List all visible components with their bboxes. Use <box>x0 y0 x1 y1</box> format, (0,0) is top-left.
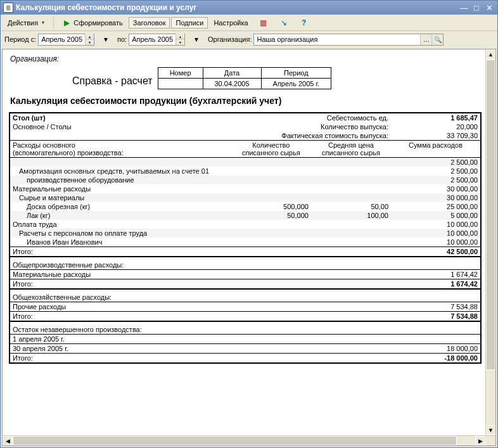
scroll-thumb-v[interactable] <box>486 60 495 370</box>
period-to-spin[interactable]: ▴▾ <box>176 34 184 45</box>
col3b: списанного сырья <box>322 149 380 157</box>
sec2: Общепроизводственные расходы: <box>10 260 480 270</box>
minimize-button[interactable]: — <box>458 3 469 13</box>
hdr-period-val: Апрель 2005 г. <box>261 79 331 89</box>
row7v: 5 000,00 <box>391 211 480 220</box>
item-group: Основное / Столы <box>10 122 231 141</box>
actions-menu[interactable]: Действия ▾ <box>3 17 51 29</box>
row1v: 2 500,00 <box>391 158 480 167</box>
fact: 33 709,30 <box>391 131 480 141</box>
report-title: Калькуляция себестоимости продукции (бух… <box>10 96 482 106</box>
period-from-field[interactable]: Апрель 2005 ▴▾ <box>38 34 94 46</box>
col1a: Расходы основного <box>13 141 75 149</box>
row14v: 18 000,00 <box>391 344 480 354</box>
report-scroll: Организация: Справка - расчет Номер Дата… <box>3 49 495 445</box>
scrollbar-horizontal[interactable]: ◀ ▶ <box>3 435 495 445</box>
close-button[interactable]: ✕ <box>483 3 495 13</box>
unit-cost: 1 685,47 <box>391 113 480 122</box>
col1: Расходы основного (вспомогательного) про… <box>10 141 231 158</box>
row1 <box>10 158 391 167</box>
form-button[interactable]: ▶ Сформировать <box>57 16 127 30</box>
itog2: 1 674,42 <box>391 279 480 290</box>
itog4: -18 000,00 <box>391 354 480 363</box>
hdr-date: Дата <box>203 68 261 79</box>
dropdown-icon: ▾ <box>40 20 46 25</box>
header-toggle[interactable]: Заголовок <box>129 17 170 29</box>
col2a: Количество <box>252 141 290 149</box>
window-title: Калькуляция себестоимости продукции и ус… <box>16 3 457 12</box>
form-label: Сформировать <box>73 19 123 27</box>
org-header: Организация: <box>10 54 482 63</box>
toolbar: Действия ▾ ▶ Сформировать Заголовок Подп… <box>1 15 497 31</box>
row4: Материальные расходы <box>10 184 391 193</box>
col3: Средняя цена списанного сырья <box>311 141 391 158</box>
period-to-label: по: <box>117 35 127 43</box>
period-from-cal[interactable]: ▾ <box>96 32 115 46</box>
hdr-num-val <box>158 79 203 89</box>
report-table: Стол (шт) Себестоимость ед. 1 685,47 Осн… <box>9 112 482 364</box>
tool-button-1[interactable]: ▦ <box>254 16 273 30</box>
scroll-corner <box>485 436 495 445</box>
item-name: Стол (шт) <box>10 113 231 122</box>
itog3l: Итого: <box>10 312 391 322</box>
calendar-icon: ▾ <box>101 34 111 44</box>
maximize-button[interactable]: □ <box>471 3 482 13</box>
period-from-spin[interactable]: ▴▾ <box>85 34 94 45</box>
row12: Прочие расходы <box>10 302 391 312</box>
itog1: 42 500,00 <box>391 247 480 257</box>
col1b: (вспомогательного) производства: <box>13 149 124 157</box>
filter-bar: Период с: Апрель 2005 ▴▾ ▾ по: Апрель 20… <box>1 31 497 48</box>
scroll-thumb-h[interactable] <box>13 436 457 445</box>
scroll-track-h[interactable] <box>13 436 475 445</box>
scroll-track-v[interactable] <box>486 60 495 425</box>
hdr-num: Номер <box>158 68 203 79</box>
row9: Расчеты с персоналом по оплате труда <box>10 229 391 238</box>
titlebar: ≣ Калькуляция себестоимости продукции и … <box>1 1 497 15</box>
row8v: 10 000,00 <box>391 220 480 229</box>
col2b: списанного сырья <box>242 149 300 157</box>
row2: Амортизация основных средств, учитываемы… <box>10 167 391 176</box>
row11v: 1 674,42 <box>391 270 480 279</box>
row9v: 10 000,00 <box>391 229 480 238</box>
sec4: Остаток незавершенного производства: <box>10 325 480 335</box>
arrow-icon: ↘ <box>279 18 289 28</box>
row6p: 50,00 <box>311 202 391 211</box>
scroll-right-button[interactable]: ▶ <box>475 436 485 445</box>
qty-label: Количество выпуска: <box>231 122 391 131</box>
help-button[interactable]: ? <box>295 16 314 30</box>
row10: Иванов Иван Иванович <box>10 238 391 247</box>
spravka-row: Справка - расчет Номер Дата Период 30.04… <box>72 67 482 89</box>
report-area: Организация: Справка - расчет Номер Дата… <box>2 49 496 446</box>
row5v: 30 000,00 <box>391 193 480 202</box>
col3a: Средняя цена <box>328 141 374 149</box>
row7: Лак (кг) <box>10 211 231 220</box>
scroll-up-button[interactable]: ▲ <box>486 49 495 60</box>
row6: Доска обрезная (кг) <box>10 202 231 211</box>
header-table: Номер Дата Период 30.04.2005 Апрель 2005… <box>158 67 332 89</box>
org-value: Наша организация <box>254 35 420 43</box>
calendar-icon: ▾ <box>191 34 201 44</box>
unit-cost-label: Себестоимость ед. <box>231 113 391 122</box>
play-icon: ▶ <box>61 18 72 28</box>
tool-button-2[interactable]: ↘ <box>274 16 293 30</box>
scroll-left-button[interactable]: ◀ <box>3 436 13 445</box>
scroll-down-button[interactable]: ▼ <box>486 425 495 435</box>
org-search-button[interactable]: 🔍 <box>431 34 443 45</box>
col2: Количество списанного сырья <box>231 141 311 158</box>
signatures-toggle[interactable]: Подписи <box>171 17 208 29</box>
org-pick-button[interactable]: … <box>420 34 431 45</box>
period-to-field[interactable]: Апрель 2005 ▴▾ <box>129 34 185 46</box>
period-to-cal[interactable]: ▾ <box>187 32 206 46</box>
scrollbar-vertical[interactable]: ▲ ▼ <box>485 49 495 435</box>
itog2l: Итого: <box>10 279 391 290</box>
hdr-date-val: 30.04.2005 <box>203 79 261 89</box>
col4: Сумма расходов <box>391 141 480 158</box>
row11: Материальные расходы <box>10 270 391 279</box>
org-field[interactable]: Наша организация … 🔍 <box>253 34 444 46</box>
row8: Оплата труда <box>10 220 391 229</box>
row3: производственное оборудование <box>10 176 391 184</box>
row6q: 500,000 <box>231 202 311 211</box>
row14: 30 апреля 2005 г. <box>10 344 391 354</box>
period-from-value: Апрель 2005 <box>39 35 85 43</box>
settings-button[interactable]: Настройка <box>209 17 252 29</box>
